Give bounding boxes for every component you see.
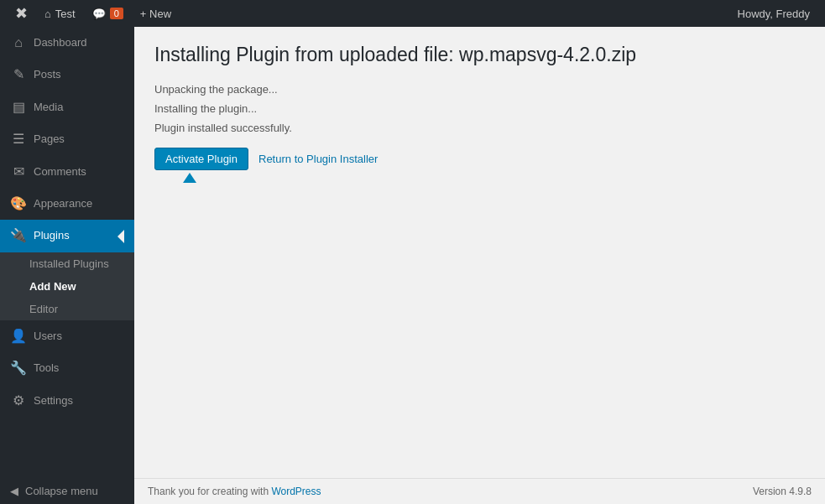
action-row: Activate Plugin Return to Plugin Install… <box>154 148 805 170</box>
sidebar-item-pages[interactable]: ☰ Pages <box>0 123 134 155</box>
adminbar-howdy[interactable]: Howdy, Freddy <box>729 8 818 20</box>
submenu-installed-plugins[interactable]: Installed Plugins <box>0 252 134 275</box>
sidebar-item-plugins[interactable]: 🔌 Plugins <box>0 220 134 252</box>
sidebar-item-settings[interactable]: ⚙ Settings <box>0 385 134 417</box>
appearance-icon: 🎨 <box>10 195 27 213</box>
page-title: Installing Plugin from uploaded file: wp… <box>154 44 805 66</box>
plugins-arrow <box>117 230 124 243</box>
sidebar-item-dashboard[interactable]: ⌂ Dashboard <box>0 27 134 59</box>
content-area: Installing Plugin from uploaded file: wp… <box>134 27 825 504</box>
collapse-menu[interactable]: ◀ Collapse menu <box>0 478 134 504</box>
sidebar-item-appearance[interactable]: 🎨 Appearance <box>0 188 134 220</box>
plugins-icon: 🔌 <box>10 226 27 245</box>
comments-icon: ✉ <box>10 163 27 181</box>
content-footer: Thank you for creating with WordPress Ve… <box>134 478 825 504</box>
sidebar-item-tools[interactable]: 🔧 Tools <box>0 352 134 384</box>
tools-icon: 🔧 <box>10 359 27 377</box>
sidebar-item-media[interactable]: ▤ Media <box>0 91 134 123</box>
adminbar-new[interactable]: + New <box>132 0 180 27</box>
arrow-indicator <box>183 173 196 183</box>
plugins-submenu: Installed Plugins Add New Editor <box>0 252 134 320</box>
install-line-2: Installing the plugin... <box>154 102 805 115</box>
sidebar-item-comments[interactable]: ✉ Comments <box>0 156 134 188</box>
pages-icon: ☰ <box>10 130 27 148</box>
media-icon: ▤ <box>10 98 27 117</box>
wp-logo[interactable]: ✖ <box>7 0 36 27</box>
adminbar-comments[interactable]: 💬 0 <box>84 0 132 27</box>
sidebar-item-posts[interactable]: ✎ Posts <box>0 59 134 91</box>
wordpress-link[interactable]: WordPress <box>271 486 321 497</box>
footer-left: Thank you for creating with WordPress <box>148 486 321 497</box>
submenu-editor[interactable]: Editor <box>0 298 134 320</box>
posts-icon: ✎ <box>10 65 27 84</box>
settings-icon: ⚙ <box>10 392 27 410</box>
users-icon: 👤 <box>10 327 27 346</box>
dashboard-icon: ⌂ <box>10 34 27 52</box>
collapse-icon: ◀ <box>10 485 18 497</box>
success-message: Plugin installed successfully. <box>154 122 805 134</box>
activate-plugin-button[interactable]: Activate Plugin <box>154 148 248 170</box>
sidebar: ⌂ Dashboard ✎ Posts ▤ Media ☰ Pages ✉ Co… <box>0 27 134 504</box>
footer-version: Version 4.9.8 <box>753 486 812 497</box>
adminbar-site[interactable]: ⌂ Test <box>36 0 84 27</box>
submenu-add-new[interactable]: Add New <box>0 275 134 298</box>
sidebar-item-users[interactable]: 👤 Users <box>0 320 134 352</box>
admin-bar: ✖ ⌂ Test 💬 0 + New Howdy, Freddy <box>0 0 825 27</box>
return-to-installer-link[interactable]: Return to Plugin Installer <box>258 153 378 165</box>
install-line-1: Unpacking the package... <box>154 83 805 96</box>
